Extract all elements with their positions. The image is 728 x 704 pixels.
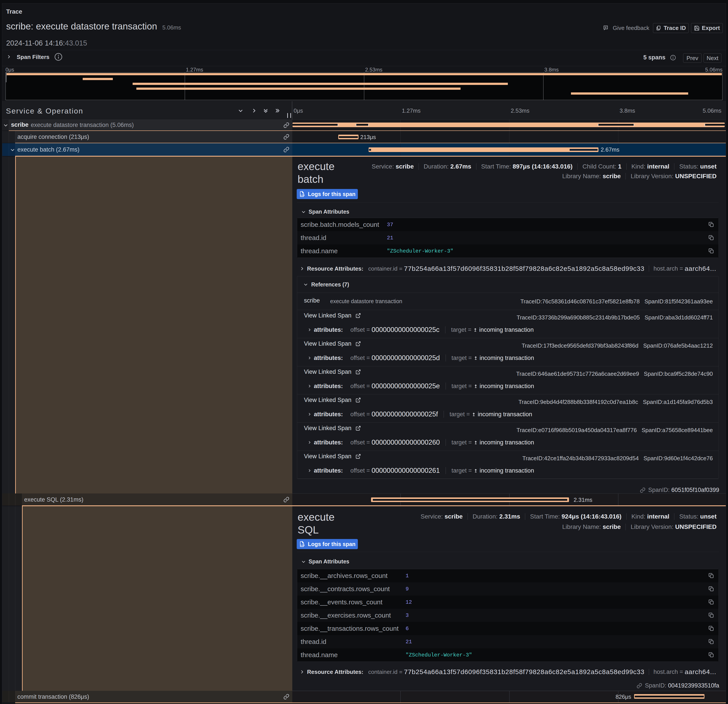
svg-text:LOG: LOG	[300, 544, 305, 546]
svg-text:LOG: LOG	[300, 194, 305, 196]
